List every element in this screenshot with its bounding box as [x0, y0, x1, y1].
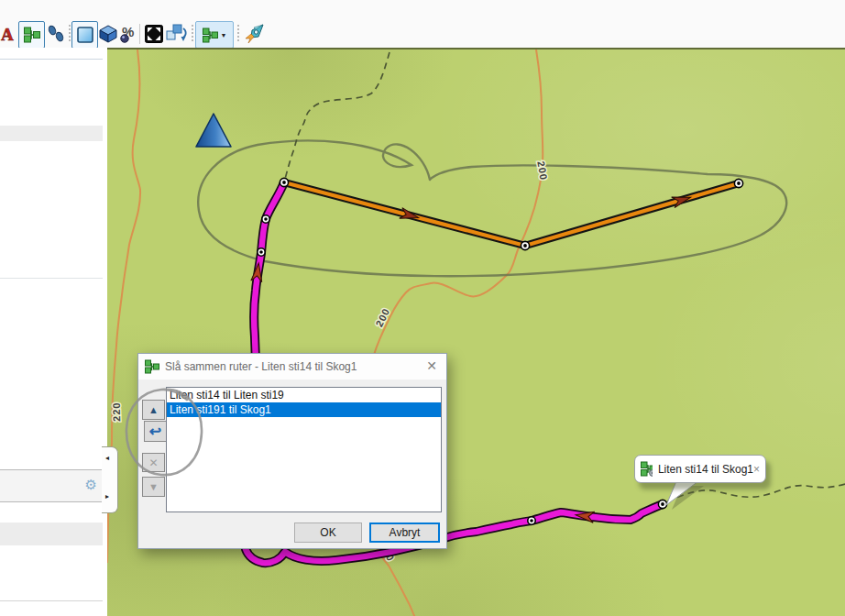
route-callout[interactable]: Liten sti14 til Skog1 × — [634, 455, 766, 483]
ok-button[interactable]: OK — [294, 522, 362, 543]
x-icon: ✕ — [148, 456, 158, 469]
move-up-button[interactable]: ▲ — [142, 400, 165, 420]
ok-button-label: OK — [320, 526, 335, 539]
list-item[interactable]: Liten sti14 til Liten sti19 — [167, 388, 441, 402]
app-window: A — [0, 0, 845, 616]
undo-merge-button[interactable]: ↩ — [144, 421, 167, 442]
remove-button[interactable]: ✕ — [142, 453, 165, 472]
cancel-button-label: Avbryt — [390, 526, 421, 539]
dialog-titlebar[interactable]: Slå sammen ruter - Liten sti14 til Skog1… — [138, 354, 446, 380]
undo-arrow-icon: ↩ — [149, 425, 161, 438]
dialog-close-icon[interactable]: ✕ — [426, 358, 437, 373]
routes-listbox[interactable]: Liten sti14 til Liten sti19 Liten sti191… — [166, 387, 442, 512]
callout-close-icon[interactable]: × — [753, 463, 760, 476]
list-item-selected[interactable]: Liten sti191 til Skog1 — [167, 402, 441, 417]
up-arrow-icon: ▲ — [148, 404, 159, 415]
down-arrow-icon: ▼ — [148, 481, 159, 492]
merge-routes-dialog: Slå sammen ruter - Liten sti14 til Skog1… — [137, 353, 447, 549]
merge-routes-icon — [145, 359, 159, 374]
callout-label: Liten sti14 til Skog1 — [658, 463, 753, 476]
cancel-button[interactable]: Avbryt — [369, 522, 440, 543]
merge-routes-gear-icon — [641, 461, 653, 477]
move-down-button[interactable]: ▼ — [142, 477, 165, 497]
dialog-title: Slå sammen ruter - Liten sti14 til Skog1 — [165, 360, 357, 373]
